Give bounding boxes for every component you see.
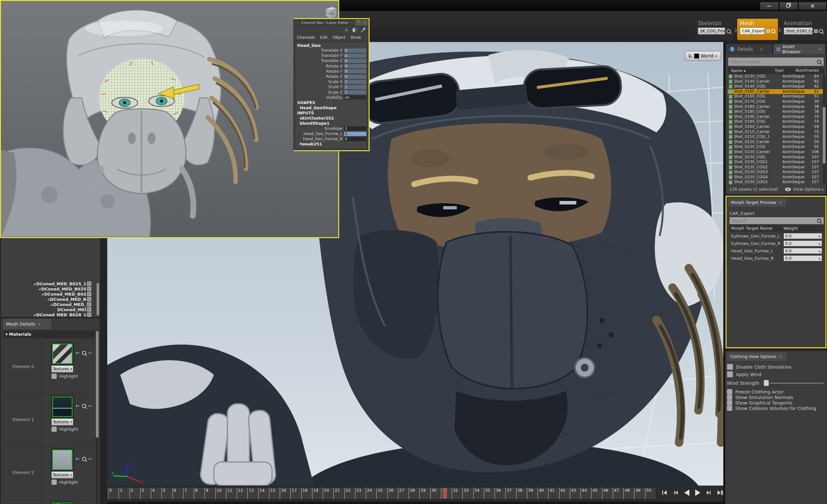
channel-attribute-row[interactable]: Rotate Y 0 (296, 69, 366, 74)
attribute-value-field[interactable]: 1 (344, 90, 366, 94)
node-name[interactable]: Head_Geo (296, 43, 366, 48)
expander-icon[interactable]: ◢ (47, 298, 49, 301)
asset-list-scrollbar-track[interactable] (823, 75, 825, 185)
timeline-tick[interactable]: 12 (237, 488, 247, 499)
morph-search-box[interactable] (729, 217, 824, 224)
blendshape-channel-row[interactable]: Head_Geo_Furrow_R 0 (296, 136, 366, 142)
timeline-tick[interactable]: 23 (355, 488, 366, 499)
mesh-details-scrollbar-track[interactable] (96, 331, 99, 504)
asset-row[interactable]: Shot_0180_COG AnimSeque 38 (728, 109, 824, 114)
timeline-tick[interactable]: 16 (280, 488, 290, 499)
skeleton-tree-row[interactable]: ◢ DConed_MED_B025 ✓ (1, 286, 100, 291)
restore-button[interactable] (779, 2, 798, 10)
timeline-tick[interactable]: 4 (151, 488, 161, 499)
search-icon[interactable] (771, 29, 775, 33)
attribute-value-field[interactable]: 1 (344, 85, 366, 89)
mesh-details-scrollbar-thumb[interactable] (96, 331, 99, 438)
asset-row[interactable]: Shot_0230_COG1 AnimSeque 107 (728, 160, 824, 165)
attribute-value-field[interactable]: 0 (344, 74, 366, 79)
asset-row[interactable]: Shot_0200_Carrier AnimSeque 59 (728, 124, 824, 130)
reset-icon[interactable]: ↩ (89, 456, 92, 461)
view-cube-front[interactable]: FRONT (323, 5, 338, 20)
asset-row[interactable]: Shot_0160_Carrier AnimSeque 51 (728, 89, 824, 94)
maya-viewport-overlay[interactable]: FRONT (0, 0, 339, 238)
channel-attribute-row[interactable]: Translate Y 0 (296, 53, 366, 58)
asset-row[interactable]: Shot_0170_COG AnimSeque 39 (728, 99, 824, 104)
morph-target-row[interactable]: Head_Geo_Furrow_R 0.0↘ (729, 255, 823, 262)
clothing-option-row[interactable]: Apply Wind (727, 371, 791, 377)
close-icon[interactable]: × (779, 354, 782, 359)
menu-object[interactable]: Object (333, 35, 345, 40)
asset-picker-grid-icon[interactable] (814, 30, 818, 33)
close-icon[interactable]: × (38, 321, 41, 326)
drag-corner-icon[interactable]: ↘ (818, 248, 821, 254)
column-morph-name[interactable]: Morph Target Name (729, 225, 783, 232)
skeleton-tree-row[interactable]: ◢ DConed_MED_B02 ✓ (1, 291, 100, 297)
go-to-front-button[interactable] (660, 488, 669, 497)
timeline-tick[interactable]: 48 (624, 488, 634, 499)
channel-attribute-row[interactable]: Scale Y 1 (296, 84, 366, 90)
asset-row[interactable]: Shot_0140_COG AnimSeque 92 (728, 84, 824, 89)
timeline-tick[interactable]: 7 (183, 488, 194, 499)
wind-strength-slider-thumb[interactable] (764, 380, 769, 386)
checkbox[interactable] (727, 405, 732, 411)
visibility-checkbox[interactable]: ✓ (87, 282, 91, 286)
step-backward-button[interactable] (671, 488, 680, 497)
timeline-tick[interactable]: 24 (366, 488, 376, 499)
material-thumbnail[interactable] (52, 449, 73, 470)
browse-icon[interactable] (82, 351, 86, 355)
timeline-tick[interactable]: 32 (452, 488, 462, 499)
tab-asset-browser[interactable]: Asset Browser × (773, 44, 825, 54)
attribute-value-field[interactable]: 0 (344, 137, 366, 141)
morph-weight-field[interactable]: 0.0↘ (783, 240, 822, 247)
blendshape-channel-row[interactable]: Head_Geo_Furrow_L 0 (296, 131, 366, 136)
timeline-tick[interactable]: 3 (140, 488, 151, 499)
clothing-option-row[interactable]: Disable Cloth Simulation (727, 364, 791, 370)
asset-search-box[interactable] (728, 57, 824, 66)
skincluster-node[interactable]: skinCluster252 (296, 116, 366, 121)
tree-scrollbar[interactable] (97, 283, 99, 315)
column-name[interactable]: Name ▲ (728, 67, 775, 74)
asset-row[interactable]: Shot_0230_COG4 AnimSeque 107 (728, 175, 824, 180)
attribute-value-field[interactable]: 0 (344, 69, 366, 73)
browse-icon[interactable] (82, 404, 86, 408)
asset-row[interactable]: Shot_0180_Carrier AnimSeque 38 (728, 104, 824, 109)
timeline-tick[interactable]: 27 (398, 488, 409, 499)
timeline-tick[interactable]: 8 (194, 488, 204, 499)
minimize-button[interactable]: — (760, 2, 779, 10)
skeleton-tree-row[interactable]: ◢ DConed_MED_B025_1 ✓ (1, 281, 100, 286)
timeline-tick[interactable]: 10 (215, 488, 226, 499)
step-forward-button[interactable] (704, 488, 713, 497)
morph-search-input[interactable] (729, 218, 817, 223)
reset-icon[interactable]: ↩ (89, 404, 92, 408)
skeleton-tree-row[interactable]: DConed_MEI ✓ (1, 307, 100, 312)
column-numframes[interactable]: NumFrames (796, 67, 824, 74)
timeline-tick[interactable]: 45 (591, 488, 602, 499)
play-reverse-button[interactable] (682, 488, 691, 497)
checkbox[interactable] (727, 395, 732, 400)
close-icon[interactable]: × (818, 47, 822, 52)
textures-dropdown[interactable]: Textures ▾ (51, 418, 73, 425)
checkbox[interactable] (727, 364, 733, 370)
timeline-tick[interactable]: 47 (613, 488, 624, 499)
search-icon[interactable] (727, 29, 731, 33)
channel-box-titlebar[interactable]: Channel Box / Layer Editor ❒ × (294, 19, 369, 26)
asset-row[interactable]: Shot_0230_COG AnimSeque 107 (728, 155, 824, 160)
visibility-checkbox[interactable]: ✓ (87, 312, 91, 317)
tab-mesh-details[interactable]: Mesh Details × (3, 319, 51, 329)
use-selected-arrow-icon[interactable]: ← (76, 456, 80, 462)
visibility-checkbox[interactable]: ✓ (87, 292, 91, 296)
timeline-tick[interactable]: 50 (645, 488, 656, 499)
world-coordinate-button[interactable]: zyx World ▾ (685, 51, 721, 61)
timeline-tick[interactable]: 46 (602, 488, 613, 499)
highlight-checkbox[interactable] (51, 426, 57, 432)
browse-icon[interactable] (82, 457, 86, 461)
clothing-option-row[interactable]: Freeze Clothing Actor (727, 389, 816, 395)
select-arrow-icon[interactable] (360, 27, 366, 33)
timeline-tick[interactable]: 38 (516, 488, 527, 499)
column-weight[interactable]: Weight (783, 225, 823, 232)
asset-row[interactable]: Shot_0220_COG AnimSeque 50 (728, 144, 824, 150)
tab-morph-target-preview[interactable]: Morph Target Preview × (728, 198, 786, 207)
asset-row[interactable]: Shot_0160_COG AnimSeque 51 (728, 94, 824, 99)
skeleton-tree-row[interactable]: ◢ DConed_MED_B028_1 ✓ (1, 312, 100, 317)
